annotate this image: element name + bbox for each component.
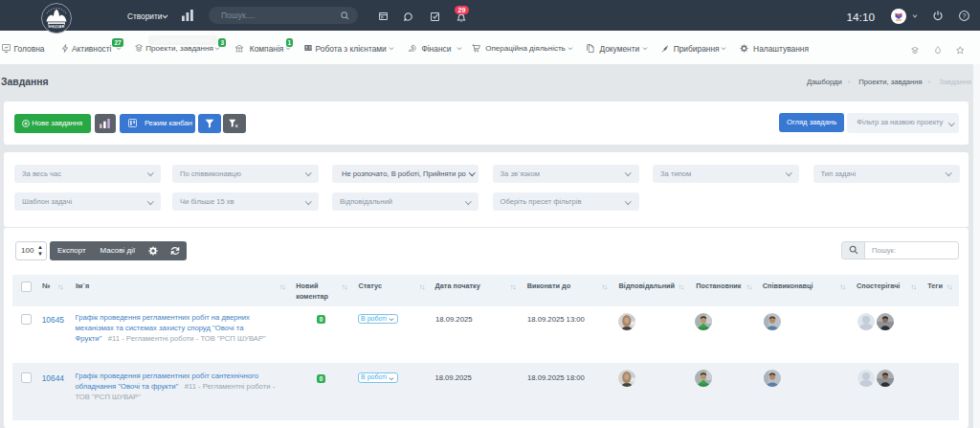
- svg-text:?: ?: [963, 11, 967, 20]
- svg-text:SHUVAR: SHUVAR: [48, 25, 64, 29]
